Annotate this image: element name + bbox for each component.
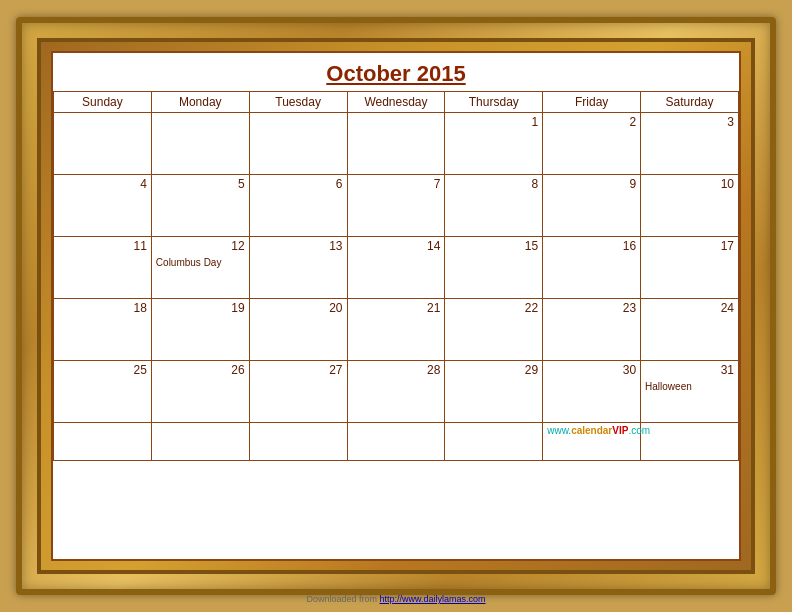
day-cell: 20 bbox=[249, 299, 347, 361]
day-cell bbox=[249, 423, 347, 461]
day-cell bbox=[347, 113, 445, 175]
day-cell: 31Halloween bbox=[641, 361, 739, 423]
day-cell: 24 bbox=[641, 299, 739, 361]
day-number: 29 bbox=[449, 363, 538, 377]
day-number: 17 bbox=[645, 239, 734, 253]
week-row-0: 123 bbox=[54, 113, 739, 175]
day-number: 26 bbox=[156, 363, 245, 377]
frame-inner: October 2015 Sunday Monday Tuesday Wedne… bbox=[37, 38, 755, 574]
day-number: 18 bbox=[58, 301, 147, 315]
col-thursday: Thursday bbox=[445, 92, 543, 113]
day-number: 25 bbox=[58, 363, 147, 377]
day-cell: 15 bbox=[445, 237, 543, 299]
day-number: 6 bbox=[254, 177, 343, 191]
col-saturday: Saturday bbox=[641, 92, 739, 113]
day-cell: 26 bbox=[151, 361, 249, 423]
day-cell: 27 bbox=[249, 361, 347, 423]
day-number: 11 bbox=[58, 239, 147, 253]
col-tuesday: Tuesday bbox=[249, 92, 347, 113]
day-number: 1 bbox=[449, 115, 538, 129]
day-cell bbox=[249, 113, 347, 175]
week-row-3: 18192021222324 bbox=[54, 299, 739, 361]
day-number: 9 bbox=[547, 177, 636, 191]
day-number: 27 bbox=[254, 363, 343, 377]
day-cell: 23 bbox=[543, 299, 641, 361]
day-number: 4 bbox=[58, 177, 147, 191]
header-row: Sunday Monday Tuesday Wednesday Thursday… bbox=[54, 92, 739, 113]
day-number: 12 bbox=[156, 239, 245, 253]
day-cell bbox=[445, 423, 543, 461]
week-row-2: 1112Columbus Day1314151617 bbox=[54, 237, 739, 299]
day-cell bbox=[151, 423, 249, 461]
day-cell: 7 bbox=[347, 175, 445, 237]
day-cell: 12Columbus Day bbox=[151, 237, 249, 299]
day-number: 24 bbox=[645, 301, 734, 315]
day-cell: 18 bbox=[54, 299, 152, 361]
day-number: 23 bbox=[547, 301, 636, 315]
day-number: 20 bbox=[254, 301, 343, 315]
day-cell bbox=[151, 113, 249, 175]
download-text: Downloaded from bbox=[306, 594, 377, 604]
day-number: 15 bbox=[449, 239, 538, 253]
day-number: 30 bbox=[547, 363, 636, 377]
day-cell: www.calendarVIP.com bbox=[543, 423, 641, 461]
day-cell: 17 bbox=[641, 237, 739, 299]
col-monday: Monday bbox=[151, 92, 249, 113]
day-number: 14 bbox=[352, 239, 441, 253]
day-cell: 25 bbox=[54, 361, 152, 423]
day-cell: 4 bbox=[54, 175, 152, 237]
day-number: 3 bbox=[645, 115, 734, 129]
day-cell bbox=[641, 423, 739, 461]
day-cell: 19 bbox=[151, 299, 249, 361]
col-friday: Friday bbox=[543, 92, 641, 113]
day-cell: 5 bbox=[151, 175, 249, 237]
day-number: 5 bbox=[156, 177, 245, 191]
day-cell: 14 bbox=[347, 237, 445, 299]
day-cell: 10 bbox=[641, 175, 739, 237]
day-cell: 13 bbox=[249, 237, 347, 299]
day-cell: 29 bbox=[445, 361, 543, 423]
day-cell: 11 bbox=[54, 237, 152, 299]
day-cell: 22 bbox=[445, 299, 543, 361]
day-number: 7 bbox=[352, 177, 441, 191]
day-cell: 2 bbox=[543, 113, 641, 175]
day-number: 2 bbox=[547, 115, 636, 129]
day-number: 31 bbox=[645, 363, 734, 377]
day-cell: 16 bbox=[543, 237, 641, 299]
col-wednesday: Wednesday bbox=[347, 92, 445, 113]
day-cell: 3 bbox=[641, 113, 739, 175]
day-cell: 6 bbox=[249, 175, 347, 237]
event-label: Columbus Day bbox=[156, 257, 245, 268]
day-cell: 1 bbox=[445, 113, 543, 175]
day-cell bbox=[347, 423, 445, 461]
calendar-title: October 2015 bbox=[53, 53, 739, 91]
day-cell bbox=[54, 423, 152, 461]
download-link[interactable]: http://www.dailylamas.com bbox=[380, 594, 486, 604]
calendar-container: October 2015 Sunday Monday Tuesday Wedne… bbox=[51, 51, 741, 561]
day-cell: 30 bbox=[543, 361, 641, 423]
day-cell: 8 bbox=[445, 175, 543, 237]
calendar-table: Sunday Monday Tuesday Wednesday Thursday… bbox=[53, 91, 739, 461]
day-cell bbox=[54, 113, 152, 175]
day-cell: 9 bbox=[543, 175, 641, 237]
day-cell: 21 bbox=[347, 299, 445, 361]
day-number: 13 bbox=[254, 239, 343, 253]
day-number: 16 bbox=[547, 239, 636, 253]
day-number: 19 bbox=[156, 301, 245, 315]
frame-outer: October 2015 Sunday Monday Tuesday Wedne… bbox=[16, 17, 776, 595]
download-bar: Downloaded from http://www.dailylamas.co… bbox=[306, 594, 485, 604]
week-row-1: 45678910 bbox=[54, 175, 739, 237]
day-number: 10 bbox=[645, 177, 734, 191]
day-number: 22 bbox=[449, 301, 538, 315]
day-number: 8 bbox=[449, 177, 538, 191]
week-row-5: www.calendarVIP.com bbox=[54, 423, 739, 461]
week-row-4: 25262728293031Halloween bbox=[54, 361, 739, 423]
day-number: 21 bbox=[352, 301, 441, 315]
day-number: 28 bbox=[352, 363, 441, 377]
event-label: Halloween bbox=[645, 381, 734, 392]
col-sunday: Sunday bbox=[54, 92, 152, 113]
day-cell: 28 bbox=[347, 361, 445, 423]
